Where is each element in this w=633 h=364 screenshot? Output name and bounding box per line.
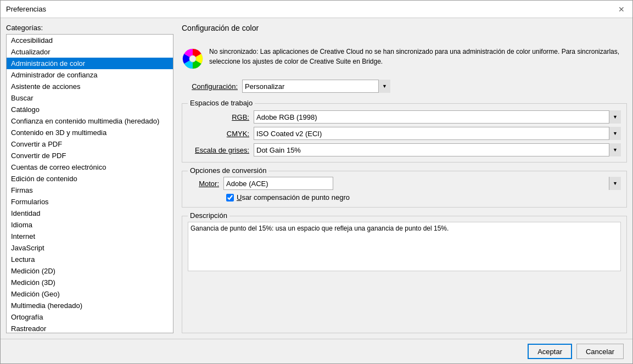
title-bar: Preferencias ✕	[1, 1, 632, 18]
checkbox-punto-negro[interactable]	[226, 194, 234, 201]
sidebar-item-cuentas-correo[interactable]: Cuentas de correo electrónico	[7, 161, 173, 173]
aceptar-button[interactable]: Aceptar	[528, 344, 572, 359]
sidebar-item-buscar[interactable]: Buscar	[7, 92, 173, 104]
escala-grises-select[interactable]: Dot Gain 15%	[254, 143, 621, 156]
espacios-trabajo-group: Espacios de trabajo RGB: Adobe RGB (1998…	[182, 103, 627, 163]
configuracion-label: Configuración:	[182, 82, 242, 91]
dialog-title: Preferencias	[6, 5, 46, 13]
sidebar-item-internet[interactable]: Internet	[7, 231, 173, 242]
info-box: No sincronizado: Las aplicaciones de Cre…	[182, 42, 627, 74]
sidebar-item-administrador-confianza[interactable]: Administrador de confianza	[7, 69, 173, 81]
sidebar-item-firmas[interactable]: Firmas	[7, 184, 173, 196]
motor-label: Motor:	[188, 180, 223, 188]
sidebar-item-administracion-color[interactable]: Administración de color	[7, 58, 173, 69]
escala-grises-row: Escala de grises: Dot Gain 15% ▼	[188, 143, 621, 156]
sidebar-item-confianza-multimedia[interactable]: Confianza en contenido multimedia (hered…	[7, 115, 173, 127]
categories-list: Accesibilidad Actualizador Administració…	[7, 35, 173, 333]
opciones-conversion-group: Opciones de conversión Motor: Adobe (ACE…	[182, 171, 627, 208]
configuracion-select-wrapper: Personalizar ▼	[242, 80, 390, 93]
categories-label: Categorías:	[6, 24, 173, 32]
sidebar-item-actualizador[interactable]: Actualizador	[7, 46, 173, 58]
close-button[interactable]: ✕	[616, 4, 627, 15]
sidebar-item-idioma[interactable]: Idioma	[7, 219, 173, 231]
left-panel: Categorías: Accesibilidad Actualizador A…	[6, 24, 173, 333]
sidebar-item-convertir-pdf[interactable]: Convertir a PDF	[7, 138, 173, 150]
cmyk-row: CMYK: ISO Coated v2 (ECI) ▼	[188, 127, 621, 140]
rgb-row: RGB: Adobe RGB (1998) ▼	[188, 110, 621, 124]
descripcion-title: Descripción	[188, 211, 229, 220]
checkbox-punto-negro-label: Usar compensación de punto negro	[237, 193, 350, 201]
sidebar-item-asistente-acciones[interactable]: Asistente de acciones	[7, 81, 173, 92]
sidebar-item-medicion-2d[interactable]: Medición (2D)	[7, 265, 173, 277]
rgb-select[interactable]: Adobe RGB (1998)	[254, 110, 621, 124]
motor-row: Motor: Adobe (ACE) ▼	[188, 177, 621, 190]
dialog-body: Categorías: Accesibilidad Actualizador A…	[1, 18, 632, 339]
sidebar-item-catalogo[interactable]: Catálogo	[7, 104, 173, 115]
sidebar-item-convertir-de-pdf[interactable]: Convertir de PDF	[7, 150, 173, 161]
opciones-conversion-title: Opciones de conversión	[188, 166, 268, 175]
configuracion-row: Configuración: Personalizar ▼	[182, 80, 627, 93]
motor-select[interactable]: Adobe (ACE)	[223, 177, 333, 190]
checkbox-punto-negro-row: Usar compensación de punto negro	[226, 193, 621, 201]
info-message: No sincronizado: Las aplicaciones de Cre…	[209, 47, 627, 66]
escala-grises-label: Escala de grises:	[188, 146, 254, 154]
cmyk-select[interactable]: ISO Coated v2 (ECI)	[254, 127, 621, 140]
descripcion-group: Descripción Ganancia de punto del 15%: u…	[182, 216, 627, 333]
sidebar-item-identidad[interactable]: Identidad	[7, 208, 173, 219]
section-title: Configuración de color	[182, 24, 627, 32]
descripcion-textarea[interactable]: Ganancia de punto del 15%: usa un espaci…	[188, 222, 621, 271]
sidebar-item-ortografia[interactable]: Ortografía	[7, 311, 173, 323]
sidebar-item-rastreador[interactable]: Rastreador	[7, 323, 173, 333]
rgb-select-wrapper: Adobe RGB (1998) ▼	[254, 110, 621, 124]
espacios-trabajo-title: Espacios de trabajo	[188, 99, 255, 107]
dialog-footer: Aceptar Cancelar	[1, 339, 632, 363]
sidebar-item-javascript[interactable]: JavaScript	[7, 242, 173, 254]
preferences-dialog: Preferencias ✕ Categorías: Accesibilidad…	[0, 0, 633, 364]
cancelar-button[interactable]: Cancelar	[576, 344, 624, 359]
sidebar-item-formularios[interactable]: Formularios	[7, 196, 173, 208]
configuracion-select[interactable]: Personalizar	[242, 80, 390, 93]
svg-point-1	[189, 55, 196, 62]
motor-select-wrapper: Adobe (ACE) ▼	[223, 177, 621, 190]
cmyk-select-wrapper: ISO Coated v2 (ECI) ▼	[254, 127, 621, 140]
cmyk-label: CMYK:	[188, 130, 254, 138]
color-wheel-icon	[182, 48, 204, 70]
sidebar-item-contenido-3d[interactable]: Contenido en 3D y multimedia	[7, 127, 173, 138]
sidebar-item-medicion-geo[interactable]: Medición (Geo)	[7, 288, 173, 300]
sidebar-item-edicion-contenido[interactable]: Edición de contenido	[7, 173, 173, 184]
rgb-label: RGB:	[188, 113, 254, 121]
sidebar-item-multimedia-heredado[interactable]: Multimedia (heredado)	[7, 300, 173, 311]
sidebar-item-lectura[interactable]: Lectura	[7, 254, 173, 265]
sidebar-item-accesibilidad[interactable]: Accesibilidad	[7, 35, 173, 46]
right-panel: Configuración de color No sincron	[179, 24, 627, 333]
sidebar-item-medicion-3d[interactable]: Medición (3D)	[7, 277, 173, 288]
escala-grises-select-wrapper: Dot Gain 15% ▼	[254, 143, 621, 156]
motor-dropdown-arrow: ▼	[609, 177, 621, 190]
categories-list-container[interactable]: Accesibilidad Actualizador Administració…	[6, 34, 173, 333]
